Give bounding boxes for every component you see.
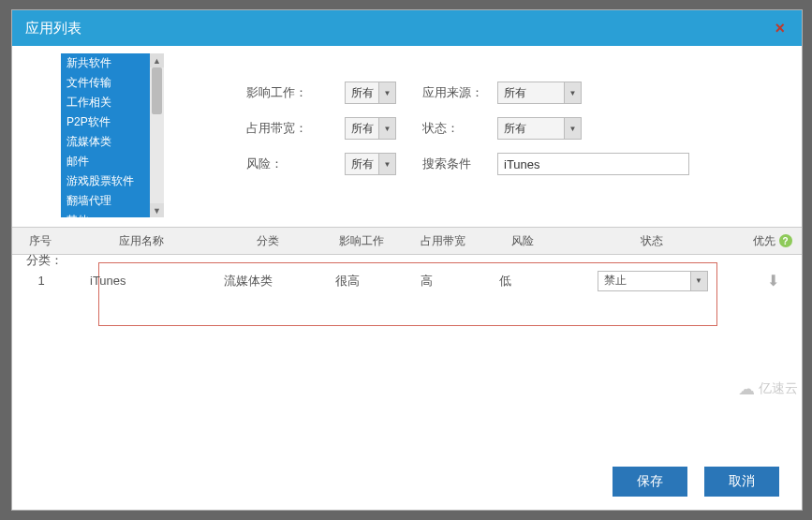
dialog-title: 应用列表 <box>25 20 81 37</box>
source-label: 应用来源： <box>422 84 497 101</box>
save-button[interactable]: 保存 <box>613 467 687 497</box>
dialog-body: 新共软件 文件传输 工作相关 P2P软件 流媒体类 邮件 游戏股票软件 翻墙代理… <box>12 46 802 453</box>
dialog-footer: 保存 取消 <box>12 453 802 510</box>
status-filter-value: 所有 <box>504 121 526 137</box>
chevron-down-icon: ▼ <box>564 82 581 103</box>
watermark-text: 亿速云 <box>759 380 798 397</box>
chevron-down-icon: ▼ <box>564 118 581 139</box>
app-table: 序号 应用名称 分类 影响工作 占用带宽 风险 状态 优先 ? 1 iTunes… <box>12 227 802 326</box>
col-risk: 风险 <box>485 233 560 249</box>
row-status-select[interactable]: 禁止 ▼ <box>598 271 708 291</box>
col-priority-label: 优先 <box>753 233 775 249</box>
bandwidth-value: 所有 <box>351 121 374 137</box>
category-item[interactable]: P2P软件 <box>61 112 164 132</box>
close-icon[interactable]: × <box>771 19 789 38</box>
cell-category: 流媒体类 <box>214 273 322 290</box>
risk-value: 所有 <box>351 156 374 172</box>
category-item[interactable]: 流媒体类 <box>61 132 164 152</box>
search-label: 搜索条件 <box>422 156 497 172</box>
col-bandwidth: 占用带宽 <box>401 233 485 249</box>
cell-seq: 1 <box>13 274 69 288</box>
category-item[interactable]: 文件传输 <box>61 73 164 93</box>
col-seq: 序号 <box>12 233 68 249</box>
cell-risk: 低 <box>486 273 561 290</box>
filter-area: 新共软件 文件传输 工作相关 P2P软件 流媒体类 邮件 游戏股票软件 翻墙代理… <box>12 46 802 217</box>
table-row: 1 iTunes 流媒体类 很高 高 低 禁止 ▼ ⬇ <box>13 263 803 296</box>
col-impact: 影响工作 <box>321 233 401 249</box>
category-item[interactable]: 工作相关 <box>61 93 164 112</box>
category-listbox[interactable]: 新共软件 文件传输 工作相关 P2P软件 流媒体类 邮件 游戏股票软件 翻墙代理… <box>61 53 164 217</box>
table-header: 序号 应用名称 分类 影响工作 占用带宽 风险 状态 优先 ? <box>12 227 802 255</box>
row-status-value: 禁止 <box>604 273 627 289</box>
scroll-thumb[interactable] <box>152 67 162 114</box>
highlighted-row-box: 1 iTunes 流媒体类 很高 高 低 禁止 ▼ ⬇ <box>98 262 717 326</box>
dialog-header: 应用列表 × <box>12 10 802 46</box>
impact-value: 所有 <box>351 85 374 101</box>
chevron-down-icon: ▼ <box>690 272 707 290</box>
impact-select[interactable]: 所有 ▼ <box>345 82 396 104</box>
category-item[interactable]: 新共软件 <box>61 53 164 73</box>
scroll-up-icon[interactable]: ▲ <box>150 53 164 67</box>
scroll-down-icon[interactable]: ▼ <box>150 203 164 217</box>
app-list-dialog: 应用列表 × 新共软件 文件传输 工作相关 P2P软件 流媒体类 邮件 游戏股票… <box>11 9 803 511</box>
chevron-down-icon: ▼ <box>378 118 395 139</box>
col-name: 应用名称 <box>68 233 214 249</box>
category-item[interactable]: 翻墙代理 <box>61 191 164 211</box>
cell-name: iTunes <box>69 274 214 288</box>
chevron-down-icon: ▼ <box>378 82 395 103</box>
risk-select[interactable]: 所有 ▼ <box>345 153 396 175</box>
cell-bandwidth: 高 <box>402 273 486 290</box>
risk-label: 风险： <box>246 156 345 172</box>
filter-row: 占用带宽： 所有 ▼ 状态： 所有 ▼ <box>246 117 689 140</box>
bandwidth-select[interactable]: 所有 ▼ <box>345 117 396 140</box>
filter-row: 影响工作： 所有 ▼ 应用来源： 所有 ▼ <box>246 82 689 104</box>
cell-status: 禁止 ▼ <box>561 271 744 291</box>
cell-priority: ⬇ <box>744 272 803 290</box>
cloud-icon: ☁ <box>738 379 755 399</box>
search-input[interactable] <box>497 153 689 175</box>
category-list-items: 新共软件 文件传输 工作相关 P2P软件 流媒体类 邮件 游戏股票软件 翻墙代理… <box>61 53 164 217</box>
filter-row: 风险： 所有 ▼ 搜索条件 <box>246 153 689 175</box>
cancel-button[interactable]: 取消 <box>704 467 779 497</box>
priority-down-icon[interactable]: ⬇ <box>767 272 779 290</box>
cell-impact: 很高 <box>322 273 402 290</box>
col-status: 状态 <box>560 233 743 249</box>
category-scrollbar[interactable]: ▲ ▼ <box>150 53 164 217</box>
source-value: 所有 <box>504 85 526 101</box>
category-item[interactable]: 邮件 <box>61 152 164 171</box>
impact-label: 影响工作： <box>246 84 345 101</box>
bandwidth-label: 占用带宽： <box>246 120 345 137</box>
status-label: 状态： <box>422 120 497 137</box>
category-item[interactable]: 其他 <box>61 211 164 217</box>
source-select[interactable]: 所有 ▼ <box>497 82 582 104</box>
status-filter-select[interactable]: 所有 ▼ <box>497 117 582 140</box>
col-category: 分类 <box>214 233 321 249</box>
category-item[interactable]: 游戏股票软件 <box>61 171 164 191</box>
help-icon[interactable]: ? <box>779 234 792 247</box>
filter-grid: 影响工作： 所有 ▼ 应用来源： 所有 ▼ 占用带宽： 所有 ▼ <box>246 82 689 188</box>
watermark: ☁ 亿速云 <box>738 379 798 399</box>
chevron-down-icon: ▼ <box>378 154 395 174</box>
col-priority: 优先 ? <box>743 233 802 249</box>
